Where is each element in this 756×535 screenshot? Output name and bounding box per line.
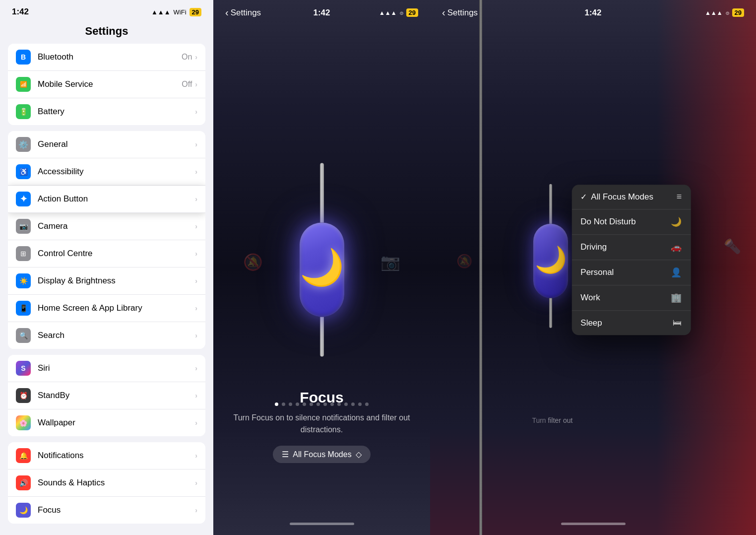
siri-label: Siri	[38, 363, 195, 373]
home-indicator-2	[290, 523, 354, 525]
dnd-label: Do Not Disturb	[580, 217, 635, 227]
focus-dropdown-panel: ‹ Settings 1:42 ▲▲▲ ⌾ 29 🔕 🔦 🌙 Turn filt…	[430, 0, 756, 535]
action-button-visual-p3: 🌙	[533, 184, 568, 328]
accessibility-chevron: ›	[195, 168, 197, 176]
siri-chevron: ›	[195, 364, 197, 372]
blurred-text: Turn filter out	[463, 415, 642, 426]
apps-section: S Siri › ⏰ StandBy › 🌸 Wallpaper ›	[8, 355, 205, 436]
checkmark-icon: ✓	[580, 192, 587, 201]
focus-title: Focus	[233, 389, 410, 406]
siri-row[interactable]: S Siri ›	[8, 355, 205, 382]
dropdown-driving[interactable]: Driving 🚗	[571, 235, 691, 260]
dropdown-personal[interactable]: Personal 👤	[571, 260, 691, 285]
sleep-label: Sleep	[580, 318, 602, 328]
battery-label: Battery	[38, 107, 195, 117]
home-screen-row[interactable]: 📱 Home Screen & App Library ›	[8, 295, 205, 322]
sounds-haptics-row[interactable]: 🔊 Sounds & Haptics ›	[8, 469, 205, 497]
notifications-icon: 🔔	[16, 448, 31, 463]
battery-chevron: ›	[195, 108, 197, 116]
shaft-top	[320, 163, 324, 222]
sleep-icon: 🛏	[673, 318, 682, 328]
action-button-row[interactable]: ✦ Action Button ›	[8, 186, 205, 213]
general-chevron: ›	[195, 140, 197, 148]
dropdown-work[interactable]: Work 🏢	[571, 285, 691, 311]
notifications-chevron: ›	[195, 452, 197, 460]
camera-row[interactable]: 📷 Camera ›	[8, 213, 205, 240]
dropdown-all-focus[interactable]: ✓ All Focus Modes ≡	[571, 185, 691, 209]
metal-rail-left	[479, 0, 482, 535]
time-3: 1:42	[584, 8, 601, 18]
back-label-2: Settings	[231, 8, 261, 18]
accessibility-row[interactable]: ♿ Accessibility ›	[8, 158, 205, 186]
signal-icon-2: ▲▲▲	[379, 9, 397, 16]
moon-icon: 🌙	[300, 249, 344, 285]
general-row[interactable]: ⚙️ General ›	[8, 131, 205, 158]
notifications-row[interactable]: 🔔 Notifications ›	[8, 442, 205, 469]
status-icons-3: ▲▲▲ ⌾ 29	[705, 8, 744, 17]
camera-label: Camera	[38, 221, 195, 231]
standby-chevron: ›	[195, 392, 197, 400]
general-section: ⚙️ General › ♿ Accessibility › ✦ Action …	[8, 131, 205, 349]
focus-label: Focus	[38, 505, 195, 515]
battery-badge-1: 29	[189, 8, 201, 16]
display-label: Display & Brightness	[38, 276, 195, 286]
back-chevron-2: ‹	[225, 7, 229, 18]
home-screen-chevron: ›	[195, 304, 197, 312]
control-centre-label: Control Centre	[38, 249, 195, 259]
sounds-icon: 🔊	[16, 475, 31, 490]
mobile-service-row[interactable]: 📶 Mobile Service Off ›	[8, 71, 205, 98]
control-centre-row[interactable]: ⊞ Control Centre ›	[8, 240, 205, 268]
search-label: Search	[38, 331, 195, 340]
moon-icon-p3: 🌙	[535, 244, 567, 274]
sounds-label: Sounds & Haptics	[38, 478, 195, 488]
search-chevron: ›	[195, 332, 197, 339]
modes-label: All Focus Modes	[293, 450, 351, 459]
blurred-text-content: Turn filter out	[463, 415, 642, 426]
mobile-chevron: ›	[195, 80, 197, 88]
display-chevron: ›	[195, 277, 197, 285]
wallpaper-icon: 🌸	[16, 415, 31, 430]
wifi-icon-3: ⌾	[726, 9, 729, 16]
bluetooth-chevron: ›	[195, 53, 197, 61]
control-centre-chevron: ›	[195, 250, 197, 258]
work-label: Work	[580, 293, 600, 303]
battery-badge-3: 29	[732, 8, 744, 17]
shaft-bottom	[320, 317, 324, 356]
button-pill-p3: 🌙	[533, 224, 568, 298]
dropdown-do-not-disturb[interactable]: Do Not Disturb 🌙	[571, 209, 691, 235]
time-2: 1:42	[313, 8, 330, 18]
all-focus-modes-button[interactable]: ☰ All Focus Modes ◇	[273, 446, 370, 463]
search-row[interactable]: 🔍 Search ›	[8, 322, 205, 349]
back-label-3: Settings	[447, 8, 478, 18]
battery-icon: 🔋	[16, 104, 31, 119]
focus-row[interactable]: 🌙 Focus ›	[8, 497, 205, 524]
wallpaper-label: Wallpaper	[38, 418, 195, 428]
work-icon: 🏢	[671, 292, 682, 303]
focus-modes-dropdown: ✓ All Focus Modes ≡ Do Not Disturb 🌙 Dri…	[571, 185, 691, 335]
action-button-visual: 🌙	[300, 163, 344, 356]
bluetooth-value: On	[182, 53, 192, 62]
display-icon: ☀️	[16, 273, 31, 288]
wallpaper-row[interactable]: 🌸 Wallpaper ›	[8, 409, 205, 436]
back-button-2[interactable]: ‹ Settings	[225, 7, 261, 18]
muted-bell-icon-p3: 🔕	[456, 254, 472, 269]
dnd-icon: 🌙	[671, 216, 682, 227]
dropdown-sleep[interactable]: Sleep 🛏	[571, 311, 691, 335]
wallpaper-chevron: ›	[195, 419, 197, 427]
status-bar-2: ‹ Settings 1:42 ▲▲▲ ⌾ 29	[213, 7, 430, 18]
bluetooth-row[interactable]: B Bluetooth On ›	[8, 44, 205, 71]
siri-icon: S	[16, 361, 31, 376]
signal-icon-3: ▲▲▲	[705, 9, 723, 16]
back-button-3[interactable]: ‹ Settings	[442, 7, 478, 18]
battery-row[interactable]: 🔋 Battery ›	[8, 98, 205, 125]
action-button-label: Action Button	[38, 194, 195, 204]
personal-label: Personal	[580, 268, 614, 277]
accessibility-label: Accessibility	[38, 167, 195, 177]
muted-bell-icon: 🔕	[243, 253, 263, 271]
notifications-label: Notifications	[38, 451, 195, 461]
action-button-icon: ✦	[16, 192, 31, 206]
display-brightness-row[interactable]: ☀️ Display & Brightness ›	[8, 268, 205, 295]
camera-side-icon: 📷	[380, 253, 400, 271]
standby-row[interactable]: ⏰ StandBy ›	[8, 382, 205, 409]
home-screen-icon: 📱	[16, 301, 31, 316]
